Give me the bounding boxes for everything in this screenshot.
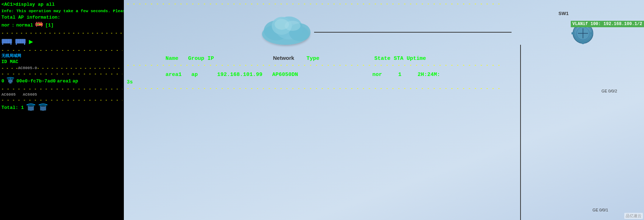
svg-rect-43 [582,41,584,44]
rt-sta: 1 [398,72,401,78]
separator-3: - - - - - - - - - - - - - - - - - - - - … [1,71,122,77]
col-group-ip: Group IP [188,56,240,62]
svg-rect-44 [571,32,574,34]
svg-rect-31 [40,106,46,110]
total-ap-line: Total AP information: [1,14,122,21]
svg-rect-28 [9,82,11,83]
command-line: <AC1>display ap all [1,1,122,8]
svg-point-4 [37,24,38,25]
svg-rect-8 [36,26,37,27]
ac6605-label: AC6605 [23,92,37,97]
svg-rect-1 [36,22,37,23]
wifi-icon-1 [26,103,36,113]
sw1-label: SW1 [559,11,569,16]
svg-rect-25 [24,43,25,45]
ac-labels-row: AC6005 AC6605 [1,92,122,97]
rt-table-header: Name Group IP Network Type State STA Upt… [127,54,501,63]
info-line: Info: This operation may take a few seco… [1,8,122,14]
separator-1: - - - - - - - - - - - - - - - - - - - - … [1,30,122,36]
svg-rect-3 [41,22,42,23]
svg-rect-16 [2,43,3,45]
switch-icon-1 [1,37,12,47]
router-icon [35,21,43,30]
svg-rect-29 [28,106,34,110]
rt-separator-1: - - - - - - - - - - - - - - - - - - - - … [127,1,501,8]
svg-rect-2 [38,22,39,23]
svg-rect-32 [42,110,44,111]
rt-data-row: area1 ap 192.168.101.99 AP6050DN nor 1 2… [127,71,501,79]
network-icons-row: ► [1,37,122,47]
chinese-label: 无线局域网 [1,53,122,58]
rt-uptime2: 3s [127,78,501,86]
ap-name: area1 [57,78,71,85]
forward-icon: ► [29,38,33,46]
svg-point-5 [38,24,39,25]
id-mac-header: ID MAC [1,59,122,66]
rt-uptime: 2H:24M: [417,72,440,78]
total-label: Total: 1 [1,105,24,111]
rt-ip: 192.168.101.99 [217,72,262,78]
wifi-icon-2 [38,103,48,113]
col-state: State STA Uptime [374,56,426,62]
rt-separator-3: - - - - - - - - - - - - - - - - - - - - … [127,86,501,92]
nor-row: nor : normal [1] [1,21,122,30]
col-network: Network [243,55,303,61]
ap-data-row: 0 00e0-fc7b-7ad0 area1 ap [1,77,122,86]
rt-group: ap [191,72,198,78]
col-name: Name [165,56,185,62]
col-type: Type [307,56,371,62]
ap-id: 0 [1,78,4,85]
normal-label: normal [16,22,33,29]
ap-icon [6,77,15,86]
rt-name: area1 [165,72,182,78]
separator-5: - - - - - - - - - - - - - - - - - - - - … [1,97,122,103]
svg-rect-24 [16,43,17,45]
svg-rect-26 [8,80,13,82]
separator-ac8005: - - - -AC8005-0- - - - - - - - - - - - -… [1,66,122,71]
colon: : [11,22,14,29]
svg-point-7 [41,24,42,25]
svg-rect-45 [590,32,593,34]
nor-label: nor [1,22,10,29]
ge001-label: GE 0/0/1 [593,208,608,212]
svg-rect-17 [10,43,11,45]
ap-group: ap [73,78,78,85]
bracket-1: [1] [45,22,53,29]
svg-rect-9 [41,26,42,27]
separator-4: - - - - - - - - - - - - - - - - - - - - … [1,86,122,92]
separator-2: - - - - - - - - - - - - - - - - - - - - … [1,48,122,53]
ge002-label: GE 0/0/2 [602,89,617,93]
ap-mac: 00e0-fc7b-7ad0 [17,78,56,85]
rt-separator-2: - - - - - - - - - - - - - - - - - - - - … [127,63,501,69]
right-terminal-overlay: - - - - - - - - - - - - - - - - - - - - … [124,0,504,94]
main-container: <AC1>display ap all Info: This operation… [0,0,644,220]
right-network-panel: SW1 [124,0,644,220]
total-row: Total: 1 [1,103,122,113]
rt-state: nor [372,72,382,78]
watermark: 品亿速云 [624,213,643,219]
left-terminal-panel: <AC1>display ap all Info: This operation… [0,0,124,220]
vlanif-badge: VLANif 100: 192.168.100.1/2 [571,21,644,27]
svg-point-6 [39,24,41,25]
ac6005-label: AC6005 [1,92,16,97]
svg-rect-30 [30,110,32,111]
switch-icon-2 [15,37,26,47]
rt-type: AP6050DN [272,72,298,78]
